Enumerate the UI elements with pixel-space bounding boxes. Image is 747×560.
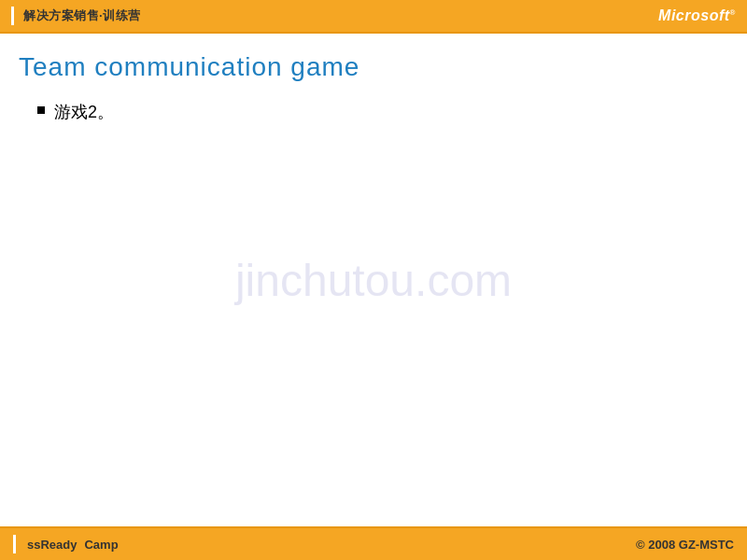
footer-left: ssReady Camp <box>13 535 119 553</box>
header-bar: 解决方案销售·训练营 Microsoft® <box>0 0 747 34</box>
footer-copyright: © 2008 GZ-MSTC <box>636 538 734 552</box>
main-content: Team communication game 游戏2。 jinchutou.c… <box>0 34 747 526</box>
watermark: jinchutou.com <box>235 255 512 306</box>
bullet-list: 游戏2。 <box>19 101 728 123</box>
slide-title: Team communication game <box>19 52 728 82</box>
bullet-text: 游戏2。 <box>54 101 114 123</box>
footer-bar: ssReady Camp © 2008 GZ-MSTC <box>0 526 747 560</box>
footer-left-accent <box>13 535 16 553</box>
bullet-square-icon <box>37 106 45 114</box>
header-subtitle: 解决方案销售·训练营 <box>23 7 141 24</box>
header-left: 解决方案销售·训练营 <box>11 7 141 25</box>
list-item: 游戏2。 <box>37 101 728 123</box>
footer-brand-camp: Camp <box>84 538 118 552</box>
microsoft-logo: Microsoft® <box>658 7 736 24</box>
header-accent-line <box>11 7 14 25</box>
footer-brand-ss: ssReady <box>27 538 77 552</box>
